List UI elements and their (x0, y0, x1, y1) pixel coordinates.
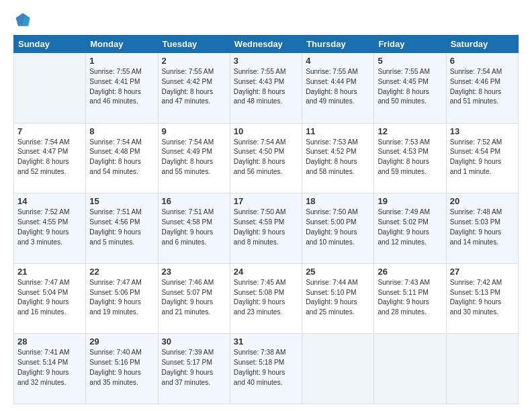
page: SundayMondayTuesdayWednesdayThursdayFrid… (0, 0, 532, 411)
cell-content: Sunrise: 7:53 AM Sunset: 4:53 PM Dayligh… (378, 138, 442, 177)
calendar-cell: 27Sunrise: 7:42 AM Sunset: 5:13 PM Dayli… (446, 263, 518, 334)
day-number: 20 (450, 196, 515, 206)
weekday-header-tuesday: Tuesday (158, 36, 230, 53)
day-number: 7 (17, 126, 82, 136)
weekday-header-wednesday: Wednesday (230, 36, 302, 53)
cell-content: Sunrise: 7:41 AM Sunset: 5:14 PM Dayligh… (17, 348, 82, 387)
cell-content: Sunrise: 7:55 AM Sunset: 4:43 PM Dayligh… (234, 67, 298, 107)
day-number: 29 (89, 336, 154, 347)
cell-content: Sunrise: 7:52 AM Sunset: 4:54 PM Dayligh… (450, 138, 515, 177)
weekday-header-sunday: Sunday (14, 36, 86, 53)
day-number: 26 (378, 267, 442, 277)
cell-content: Sunrise: 7:38 AM Sunset: 5:18 PM Dayligh… (234, 348, 298, 387)
day-number: 17 (234, 196, 298, 206)
calendar-cell: 21Sunrise: 7:47 AM Sunset: 5:04 PM Dayli… (14, 263, 86, 334)
day-number: 2 (162, 56, 226, 66)
calendar-cell: 10Sunrise: 7:54 AM Sunset: 4:50 PM Dayli… (230, 123, 302, 193)
calendar-cell: 19Sunrise: 7:49 AM Sunset: 5:02 PM Dayli… (374, 193, 446, 264)
day-number: 19 (378, 196, 442, 206)
calendar-cell: 26Sunrise: 7:43 AM Sunset: 5:11 PM Dayli… (374, 263, 446, 334)
calendar-cell (302, 334, 374, 404)
cell-content: Sunrise: 7:53 AM Sunset: 4:52 PM Dayligh… (306, 138, 370, 177)
calendar-cell: 6Sunrise: 7:54 AM Sunset: 4:46 PM Daylig… (446, 53, 518, 124)
calendar-cell (446, 334, 518, 404)
calendar-cell: 16Sunrise: 7:51 AM Sunset: 4:58 PM Dayli… (158, 193, 230, 264)
calendar-cell: 3Sunrise: 7:55 AM Sunset: 4:43 PM Daylig… (230, 53, 302, 124)
cell-content: Sunrise: 7:39 AM Sunset: 5:17 PM Dayligh… (162, 348, 226, 387)
day-number: 13 (450, 126, 515, 136)
day-number: 1 (89, 56, 154, 66)
cell-content: Sunrise: 7:55 AM Sunset: 4:44 PM Dayligh… (306, 67, 370, 107)
cell-content: Sunrise: 7:50 AM Sunset: 4:59 PM Dayligh… (234, 208, 298, 247)
day-number: 24 (234, 267, 298, 277)
day-number: 23 (162, 267, 226, 277)
calendar-cell (374, 334, 446, 404)
weekday-header-monday: Monday (86, 36, 158, 53)
cell-content: Sunrise: 7:44 AM Sunset: 5:10 PM Dayligh… (306, 278, 370, 318)
day-number: 9 (162, 126, 226, 136)
header (13, 11, 519, 30)
day-number: 27 (450, 267, 515, 277)
day-number: 3 (234, 56, 298, 66)
calendar-cell: 11Sunrise: 7:53 AM Sunset: 4:52 PM Dayli… (302, 123, 374, 193)
cell-content: Sunrise: 7:47 AM Sunset: 5:06 PM Dayligh… (89, 278, 154, 318)
cell-content: Sunrise: 7:49 AM Sunset: 5:02 PM Dayligh… (378, 208, 442, 247)
weekday-header-row: SundayMondayTuesdayWednesdayThursdayFrid… (14, 36, 519, 53)
cell-content: Sunrise: 7:46 AM Sunset: 5:07 PM Dayligh… (162, 278, 226, 318)
calendar-cell (14, 53, 86, 124)
day-number: 22 (89, 267, 154, 277)
day-number: 10 (234, 126, 298, 136)
calendar-cell: 31Sunrise: 7:38 AM Sunset: 5:18 PM Dayli… (230, 334, 302, 404)
day-number: 31 (234, 336, 298, 347)
cell-content: Sunrise: 7:42 AM Sunset: 5:13 PM Dayligh… (450, 278, 515, 318)
cell-content: Sunrise: 7:55 AM Sunset: 4:42 PM Dayligh… (162, 67, 226, 107)
day-number: 14 (17, 196, 82, 206)
calendar-cell: 15Sunrise: 7:51 AM Sunset: 4:56 PM Dayli… (86, 193, 158, 264)
logo-icon (13, 11, 32, 30)
day-number: 28 (17, 336, 82, 347)
cell-content: Sunrise: 7:43 AM Sunset: 5:11 PM Dayligh… (378, 278, 442, 318)
calendar-row: 7Sunrise: 7:54 AM Sunset: 4:47 PM Daylig… (14, 123, 519, 193)
day-number: 6 (450, 56, 515, 66)
day-number: 30 (162, 336, 226, 347)
cell-content: Sunrise: 7:54 AM Sunset: 4:46 PM Dayligh… (450, 67, 515, 107)
cell-content: Sunrise: 7:52 AM Sunset: 4:55 PM Dayligh… (17, 208, 82, 247)
cell-content: Sunrise: 7:51 AM Sunset: 4:56 PM Dayligh… (89, 208, 154, 247)
cell-content: Sunrise: 7:55 AM Sunset: 4:45 PM Dayligh… (378, 67, 442, 107)
cell-content: Sunrise: 7:47 AM Sunset: 5:04 PM Dayligh… (17, 278, 82, 318)
calendar-table: SundayMondayTuesdayWednesdayThursdayFrid… (13, 35, 519, 404)
cell-content: Sunrise: 7:40 AM Sunset: 5:16 PM Dayligh… (89, 348, 154, 387)
weekday-header-friday: Friday (374, 36, 446, 53)
day-number: 15 (89, 196, 154, 206)
calendar-cell: 24Sunrise: 7:45 AM Sunset: 5:08 PM Dayli… (230, 263, 302, 334)
day-number: 11 (306, 126, 370, 136)
calendar-cell: 9Sunrise: 7:54 AM Sunset: 4:49 PM Daylig… (158, 123, 230, 193)
calendar-cell: 4Sunrise: 7:55 AM Sunset: 4:44 PM Daylig… (302, 53, 374, 124)
cell-content: Sunrise: 7:55 AM Sunset: 4:41 PM Dayligh… (89, 67, 154, 107)
calendar-row: 1Sunrise: 7:55 AM Sunset: 4:41 PM Daylig… (14, 53, 519, 124)
logo (13, 11, 35, 30)
calendar-cell: 12Sunrise: 7:53 AM Sunset: 4:53 PM Dayli… (374, 123, 446, 193)
day-number: 4 (306, 56, 370, 66)
calendar-cell: 25Sunrise: 7:44 AM Sunset: 5:10 PM Dayli… (302, 263, 374, 334)
calendar-cell: 13Sunrise: 7:52 AM Sunset: 4:54 PM Dayli… (446, 123, 518, 193)
calendar-cell: 23Sunrise: 7:46 AM Sunset: 5:07 PM Dayli… (158, 263, 230, 334)
cell-content: Sunrise: 7:51 AM Sunset: 4:58 PM Dayligh… (162, 208, 226, 247)
day-number: 8 (89, 126, 154, 136)
day-number: 18 (306, 196, 370, 206)
calendar-cell: 28Sunrise: 7:41 AM Sunset: 5:14 PM Dayli… (14, 334, 86, 404)
cell-content: Sunrise: 7:50 AM Sunset: 5:00 PM Dayligh… (306, 208, 370, 247)
cell-content: Sunrise: 7:54 AM Sunset: 4:50 PM Dayligh… (234, 138, 298, 177)
calendar-row: 21Sunrise: 7:47 AM Sunset: 5:04 PM Dayli… (14, 263, 519, 334)
calendar-cell: 30Sunrise: 7:39 AM Sunset: 5:17 PM Dayli… (158, 334, 230, 404)
weekday-header-thursday: Thursday (302, 36, 374, 53)
calendar-cell: 22Sunrise: 7:47 AM Sunset: 5:06 PM Dayli… (86, 263, 158, 334)
calendar-cell: 17Sunrise: 7:50 AM Sunset: 4:59 PM Dayli… (230, 193, 302, 264)
day-number: 25 (306, 267, 370, 277)
calendar-cell: 2Sunrise: 7:55 AM Sunset: 4:42 PM Daylig… (158, 53, 230, 124)
cell-content: Sunrise: 7:54 AM Sunset: 4:48 PM Dayligh… (89, 138, 154, 177)
calendar-cell: 5Sunrise: 7:55 AM Sunset: 4:45 PM Daylig… (374, 53, 446, 124)
weekday-header-saturday: Saturday (446, 36, 518, 53)
calendar-cell: 14Sunrise: 7:52 AM Sunset: 4:55 PM Dayli… (14, 193, 86, 264)
calendar-cell: 29Sunrise: 7:40 AM Sunset: 5:16 PM Dayli… (86, 334, 158, 404)
